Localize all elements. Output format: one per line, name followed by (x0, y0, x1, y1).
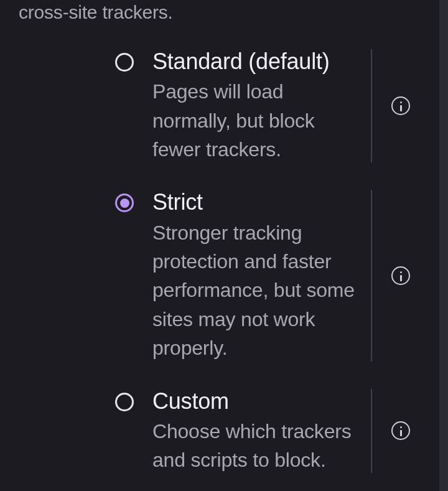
tracking-protection-settings: cross-site trackers. Standard (default) … (0, 0, 448, 474)
option-title-strict: Strict (152, 189, 360, 215)
option-title-custom: Custom (152, 388, 360, 414)
text-col: Standard (default) Pages will load norma… (152, 48, 371, 164)
radio-col (19, 48, 152, 164)
option-desc-custom: Choose which trackers and scripts to blo… (152, 417, 360, 475)
option-strict[interactable]: Strict Stronger tracking protection and … (19, 189, 429, 362)
info-icon[interactable] (391, 266, 410, 285)
scrollbar-track[interactable] (439, 0, 448, 491)
option-custom[interactable]: Custom Choose which trackers and scripts… (19, 388, 429, 475)
intro-text: cross-site trackers. (19, 0, 429, 24)
radio-col (19, 189, 152, 362)
radio-custom[interactable] (115, 393, 134, 411)
info-col (372, 48, 429, 164)
option-desc-standard: Pages will load normally, but block fewe… (152, 77, 360, 164)
text-col: Strict Stronger tracking protection and … (152, 189, 371, 362)
info-col (372, 189, 429, 362)
info-icon[interactable] (391, 96, 410, 115)
option-title-standard: Standard (default) (152, 48, 360, 75)
radio-inner-selected (120, 199, 129, 208)
radio-strict[interactable] (115, 194, 134, 212)
option-desc-strict: Stronger tracking protection and faster … (152, 218, 360, 363)
option-standard[interactable]: Standard (default) Pages will load norma… (19, 48, 429, 164)
radio-standard[interactable] (115, 53, 134, 72)
info-icon[interactable] (391, 421, 410, 440)
radio-col (19, 388, 152, 475)
text-col: Custom Choose which trackers and scripts… (152, 388, 371, 475)
info-col (372, 388, 429, 475)
